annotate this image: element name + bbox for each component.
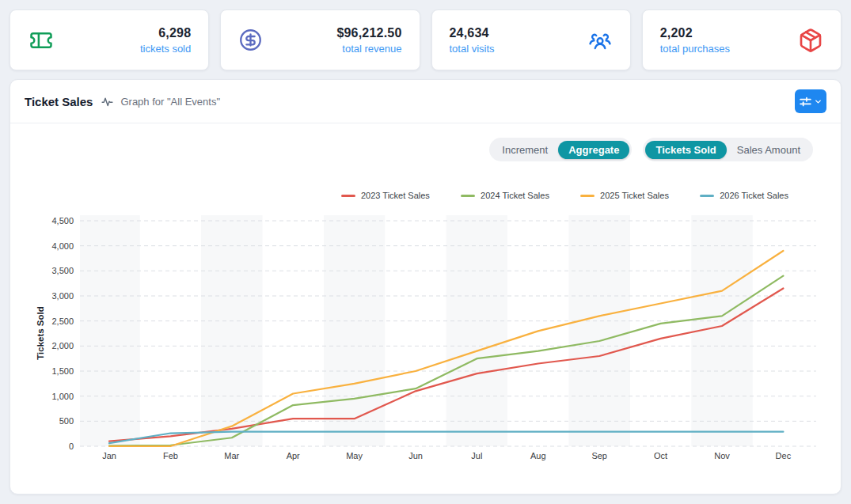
- legend-item[interactable]: 2026 Ticket Sales: [700, 191, 788, 200]
- chart-toggles: Increment Aggregate Tickets Sold Sales A…: [489, 138, 813, 161]
- toggle-group-mode: Increment Aggregate: [489, 138, 632, 161]
- stat-value: 6,298: [140, 26, 191, 40]
- svg-text:0: 0: [69, 441, 74, 451]
- stat-value: 2,202: [660, 26, 730, 40]
- svg-text:Tickets Sold: Tickets Sold: [36, 306, 45, 360]
- svg-text:Jan: Jan: [102, 451, 116, 460]
- toggle-option-sales-amount[interactable]: Sales Amount: [727, 141, 811, 159]
- stat-label: total revenue: [336, 43, 401, 55]
- svg-text:3,500: 3,500: [51, 266, 74, 275]
- legend-item[interactable]: 2024 Ticket Sales: [461, 191, 549, 200]
- stat-cards-row: 6,298 tickets sold $96,212.50 total reve…: [9, 9, 842, 70]
- toggle-group-metric: Tickets Sold Sales Amount: [643, 138, 813, 161]
- package-icon: [798, 28, 823, 53]
- svg-text:4,500: 4,500: [51, 216, 74, 225]
- users-icon: [587, 28, 613, 52]
- stat-card-total-visits: 24,634 total visits: [431, 9, 631, 70]
- svg-text:Apr: Apr: [287, 451, 300, 460]
- panel-title: Ticket Sales: [25, 95, 93, 108]
- legend-label: 2023 Ticket Sales: [361, 191, 430, 200]
- svg-text:4,000: 4,000: [51, 241, 74, 251]
- svg-text:3,000: 3,000: [51, 291, 74, 301]
- dollar-circle-icon: [238, 28, 263, 52]
- panel-header: Ticket Sales Graph for "All Events": [10, 80, 841, 123]
- ticket-icon: [28, 28, 55, 52]
- svg-text:Nov: Nov: [714, 451, 730, 460]
- svg-text:Dec: Dec: [776, 451, 792, 460]
- svg-text:Mar: Mar: [224, 451, 239, 460]
- stat-card-total-revenue: $96,212.50 total revenue: [220, 9, 420, 70]
- stat-value: 24,634: [450, 26, 495, 40]
- stat-label: total purchases: [660, 43, 730, 55]
- svg-text:2,000: 2,000: [51, 341, 74, 351]
- ticket-sales-line-chart[interactable]: 05001,0001,5002,0002,5003,0003,5004,0004…: [32, 208, 824, 469]
- stat-card-tickets-sold: 6,298 tickets sold: [9, 9, 209, 70]
- svg-text:500: 500: [59, 416, 74, 426]
- svg-text:Oct: Oct: [654, 451, 667, 460]
- toggle-option-increment[interactable]: Increment: [492, 141, 558, 159]
- chevron-down-icon: [814, 97, 823, 106]
- toggle-option-tickets-sold[interactable]: Tickets Sold: [645, 141, 726, 159]
- legend-item[interactable]: 2023 Ticket Sales: [341, 191, 430, 200]
- legend-label: 2026 Ticket Sales: [720, 191, 788, 200]
- stat-label: total visits: [450, 43, 495, 55]
- svg-text:1,500: 1,500: [51, 366, 74, 376]
- stat-value: $96,212.50: [336, 26, 401, 40]
- stat-label: tickets sold: [140, 43, 191, 55]
- svg-text:1,000: 1,000: [51, 392, 74, 401]
- svg-text:Sep: Sep: [591, 451, 607, 460]
- svg-text:Feb: Feb: [163, 451, 178, 460]
- chart-legend: 2023 Ticket Sales2024 Ticket Sales2025 T…: [341, 191, 788, 200]
- sliders-icon: [799, 95, 812, 108]
- legend-color-dash: [700, 195, 714, 197]
- toggle-option-aggregate[interactable]: Aggregate: [558, 141, 629, 159]
- svg-text:May: May: [346, 451, 363, 460]
- svg-text:Jun: Jun: [408, 451, 423, 460]
- legend-label: 2024 Ticket Sales: [481, 191, 549, 200]
- legend-color-dash: [341, 195, 355, 197]
- legend-color-dash: [461, 195, 475, 197]
- legend-item[interactable]: 2025 Ticket Sales: [580, 191, 669, 200]
- legend-color-dash: [580, 195, 595, 197]
- chart-filter-button[interactable]: [795, 89, 826, 113]
- legend-label: 2025 Ticket Sales: [600, 191, 669, 200]
- svg-text:Aug: Aug: [530, 451, 546, 460]
- svg-text:2,500: 2,500: [51, 316, 74, 326]
- panel-subtitle: Graph for "All Events": [120, 96, 220, 108]
- ticket-sales-panel: Ticket Sales Graph for "All Events" Incr…: [9, 79, 842, 495]
- svg-text:Jul: Jul: [471, 451, 482, 460]
- activity-icon: [101, 95, 114, 108]
- stat-card-total-purchases: 2,202 total purchases: [642, 9, 842, 70]
